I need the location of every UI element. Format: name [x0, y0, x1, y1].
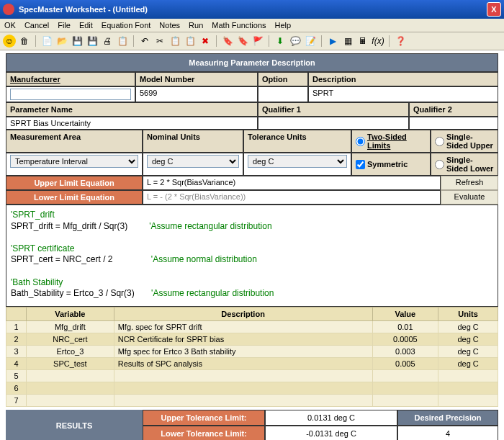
menu-file[interactable]: File — [58, 21, 71, 30]
trash-icon[interactable]: 🗑 — [18, 35, 31, 48]
variable-table: VariableDescriptionValueUnits 1Mfg_drift… — [6, 307, 498, 407]
menubar: OKCancelFileEditEquation FontNotesRunMat… — [0, 19, 504, 32]
window-title: SpecMaster Worksheet - (Untitled) — [19, 5, 487, 14]
menu-notes[interactable]: Notes — [159, 21, 180, 30]
single-lower-radio[interactable] — [435, 160, 444, 169]
paste-icon[interactable]: 📋 — [184, 35, 197, 48]
close-button[interactable]: X — [487, 2, 501, 17]
help-icon[interactable]: ❓ — [394, 35, 407, 48]
lower-tol-value: -0.0131 deg C — [265, 426, 397, 440]
model-number-label: Model Number — [140, 75, 194, 84]
upper-eq-value[interactable]: L = 2 * Sqr(BiasVariance) — [147, 178, 235, 187]
manufacturer-input[interactable] — [10, 89, 131, 100]
fx-icon[interactable]: f(x) — [372, 35, 384, 48]
table-row[interactable]: 7 — [6, 395, 498, 407]
symmetric-label: Symmetric — [367, 160, 408, 169]
app-icon — [3, 4, 14, 15]
section-header: Measuring Parameter Description — [6, 53, 498, 72]
menu-help[interactable]: Help — [275, 21, 292, 30]
menu-math-functions[interactable]: Math Functions — [212, 21, 266, 30]
table-row[interactable]: 6 — [6, 382, 498, 395]
upper-tol-value: 0.0131 deg C — [265, 410, 397, 426]
smiley-icon[interactable]: ☺ — [3, 35, 16, 48]
menu-cancel[interactable]: Cancel — [24, 21, 49, 30]
menu-edit[interactable]: Edit — [79, 21, 93, 30]
qualifier2-label: Qualifier 2 — [413, 105, 452, 114]
undo-icon[interactable]: ↶ — [138, 35, 151, 48]
table-row[interactable]: 3Ertco_3Mfg spec for Ertco 3 Bath stabil… — [6, 346, 498, 358]
upper-tol-label: Upper Tolerance Limit: — [143, 410, 265, 426]
cut-icon[interactable]: ✂ — [153, 35, 166, 48]
model-number-value[interactable]: 5699 — [140, 89, 157, 97]
lower-eq-label: Lower Limit Equation — [34, 193, 114, 202]
toolbar: ☺ 🗑 📄 📂 💾 💾 🖨 📋 ↶ ✂ 📋 📋 ✖ 🔖 🔖 🚩 ⬇ 💬 📝 ▶ … — [0, 32, 504, 50]
measurement-area-select[interactable]: Temperature Interval — [10, 155, 138, 168]
parameter-name-label: Parameter Name — [10, 105, 73, 114]
saveas-icon[interactable]: 💾 — [86, 35, 99, 48]
manufacturer-label: Manufacturer — [10, 75, 60, 84]
nominal-units-label: Nominal Units — [147, 133, 200, 141]
description-label: Description — [312, 75, 356, 84]
tolerance-units-select[interactable]: deg C — [248, 155, 347, 168]
menu-equation-font[interactable]: Equation Font — [102, 21, 151, 30]
lower-tol-label: Lower Tolerance Limit: — [143, 426, 265, 440]
run-icon[interactable]: ▶ — [326, 35, 339, 48]
symmetric-checkbox[interactable] — [356, 160, 365, 169]
lower-eq-value: L = - (2 * Sqr(BiasVariance)) — [147, 192, 246, 201]
var-col-header — [6, 307, 27, 321]
open-icon[interactable]: 📂 — [55, 35, 68, 48]
import-icon[interactable]: ⬇ — [274, 35, 287, 48]
qualifier1-label: Qualifier 1 — [262, 105, 301, 114]
precision-label: Desired Precision — [397, 410, 498, 426]
menu-run[interactable]: Run — [189, 21, 203, 30]
two-sided-radio[interactable] — [356, 137, 365, 146]
grid-icon[interactable]: ▦ — [341, 35, 354, 48]
var-col-header: Units — [438, 307, 498, 321]
note-icon[interactable]: 📝 — [304, 35, 317, 48]
parameter-name-value[interactable]: SPRT Bias Uncertainty — [10, 119, 91, 127]
var-col-header: Variable — [27, 307, 114, 321]
flag-icon[interactable]: 🚩 — [251, 35, 264, 48]
two-sided-label: Two-Sided Limits — [367, 133, 426, 150]
single-upper-radio[interactable] — [435, 137, 444, 146]
comment-icon[interactable]: 💬 — [289, 35, 302, 48]
var-col-header: Value — [372, 307, 438, 321]
table-row[interactable]: 5 — [6, 370, 498, 382]
menu-ok[interactable]: OK — [4, 21, 16, 30]
new-icon[interactable]: 📄 — [40, 35, 53, 48]
print-icon[interactable]: 🖨 — [101, 35, 114, 48]
evaluate-button[interactable]: Evaluate — [441, 190, 498, 205]
preview-icon[interactable]: 📋 — [116, 35, 129, 48]
table-row[interactable]: 1Mfg_driftMfg. spec for SPRT drift0.01de… — [6, 321, 498, 333]
tolerance-units-label: Tolerance Units — [248, 133, 307, 141]
var-col-header: Description — [114, 307, 372, 321]
nominal-units-select[interactable]: deg C — [147, 155, 239, 168]
copy-icon[interactable]: 📋 — [168, 35, 181, 48]
bookmark2-icon[interactable]: 🔖 — [236, 35, 249, 48]
bookmark1-icon[interactable]: 🔖 — [221, 35, 234, 48]
upper-eq-label: Upper Limit Equation — [34, 179, 114, 187]
single-lower-label: Single-Sided Lower — [446, 156, 494, 173]
save-icon[interactable]: 💾 — [71, 35, 84, 48]
calc-icon[interactable]: 🖩 — [356, 35, 369, 48]
code-editor[interactable]: 'SPRT_driftSPRT_drift = Mfg_drift / Sqr(… — [6, 205, 498, 307]
delete-icon[interactable]: ✖ — [199, 35, 212, 48]
single-upper-label: Single-Sided Upper — [446, 133, 494, 150]
qualifier2-input[interactable] — [409, 117, 498, 130]
results-label: RESULTS — [6, 410, 143, 440]
description-value[interactable]: SPRT — [312, 89, 333, 97]
titlebar: SpecMaster Worksheet - (Untitled) X — [0, 0, 504, 19]
option-label: Option — [262, 75, 287, 84]
table-row[interactable]: 4SPC_testResults of SPC analysis0.005deg… — [6, 358, 498, 370]
qualifier1-input[interactable] — [258, 117, 409, 130]
precision-value[interactable]: 4 — [397, 426, 498, 440]
measurement-area-label: Measurement Area — [10, 133, 81, 141]
table-row[interactable]: 2NRC_certNCR Certificate for SPRT bias0.… — [6, 333, 498, 346]
refresh-button[interactable]: Refresh — [441, 176, 498, 190]
